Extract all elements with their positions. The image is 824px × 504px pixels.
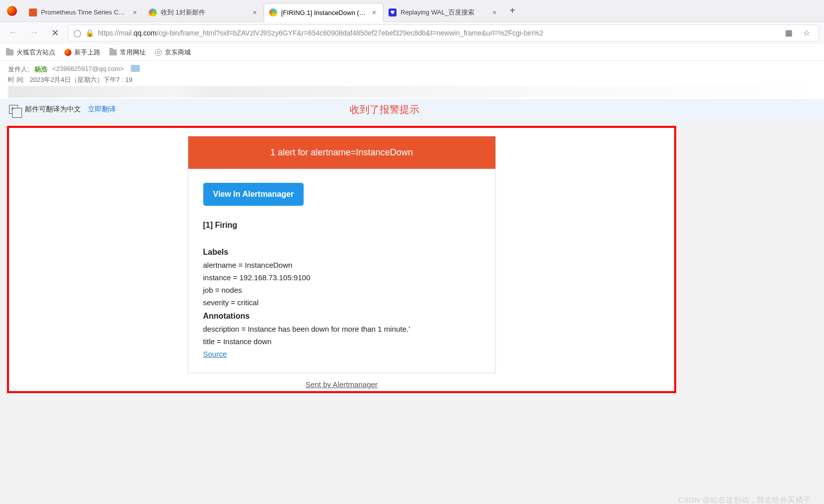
email-body: 1 alert for alertname=InstanceDown View … bbox=[0, 120, 824, 504]
sender-email: <2396625917@qq.com> bbox=[52, 65, 124, 74]
tab-title: Prometheus Time Series Colle bbox=[41, 8, 128, 16]
annotation-description: description = Instance has been down for… bbox=[203, 325, 480, 333]
time-value: 2023年2月4日（星期六）下午7 : 19 bbox=[29, 75, 132, 84]
close-icon[interactable]: × bbox=[131, 8, 139, 16]
url-text: https://mail.qq.com/cgi-bin/frame_html?s… bbox=[98, 29, 778, 37]
alert-body: View In Alertmanager [1] Firing Labels a… bbox=[188, 169, 495, 373]
url-prefix: https://mail. bbox=[98, 29, 134, 37]
tab-firing-instancedown[interactable]: [FIRING:1] InstanceDown (19… × bbox=[264, 3, 384, 22]
shield-icon: ◯ bbox=[73, 29, 81, 37]
tab-title: Replaying WAL_百度搜索 bbox=[401, 8, 487, 17]
from-label: 发件人: bbox=[8, 65, 29, 74]
close-icon[interactable]: × bbox=[490, 8, 498, 16]
firefox-logo bbox=[0, 0, 24, 22]
alert-header: 1 alert for alertname=InstanceDown bbox=[188, 136, 495, 169]
sent-by-link[interactable]: Sent by Alertmanager bbox=[104, 380, 579, 389]
annotation-title: title = Instance down bbox=[203, 337, 480, 346]
qqmail-icon bbox=[269, 8, 277, 16]
label-instance: instance = 192.168.73.105:9100 bbox=[203, 273, 480, 282]
highlight-box: 1 alert for alertname=InstanceDown View … bbox=[7, 126, 676, 393]
labels-heading: Labels bbox=[203, 248, 480, 257]
label-job: job = nodes bbox=[203, 286, 480, 294]
back-button[interactable]: ← bbox=[5, 25, 21, 41]
annotations-heading: Annotations bbox=[203, 312, 480, 321]
bookmark-getting-started[interactable]: 新手上路 bbox=[64, 48, 100, 57]
contact-card-icon[interactable] bbox=[131, 65, 140, 72]
bookmark-firefox-official[interactable]: 火狐官方站点 bbox=[6, 48, 55, 57]
translate-now-link[interactable]: 立即翻译 bbox=[88, 105, 116, 114]
watermark: CSDN @站在这别动，我去给你买橘子 bbox=[678, 496, 811, 504]
forward-button[interactable]: → bbox=[26, 25, 42, 41]
view-alertmanager-button[interactable]: View In Alertmanager bbox=[203, 183, 304, 206]
tabs-container: Prometheus Time Series Colle × 收到 1封新邮件 … bbox=[24, 0, 824, 21]
time-row: 时 间: 2023年2月4日（星期六）下午7 : 19 bbox=[8, 75, 816, 84]
tab-title: 收到 1封新邮件 bbox=[161, 8, 248, 17]
sender-name: 杨浩 bbox=[34, 65, 47, 74]
url-host: qq.com bbox=[134, 29, 157, 37]
bookmark-jd[interactable]: 京东商城 bbox=[155, 48, 191, 57]
url-path: /cgi-bin/frame_html?sid=bZAVzlVJ9Szy6GYF… bbox=[157, 29, 543, 37]
label-severity: severity = critical bbox=[203, 298, 480, 307]
bookmark-label: 火狐官方站点 bbox=[16, 48, 55, 57]
sender-row: 发件人: 杨浩 <2396625917@qq.com> bbox=[8, 65, 816, 74]
translate-text: 邮件可翻译为中文 bbox=[25, 105, 81, 114]
address-bar[interactable]: ◯ 🔒 https://mail.qq.com/cgi-bin/frame_ht… bbox=[68, 24, 819, 41]
jd-icon bbox=[155, 49, 162, 56]
label-alertname: alertname = InstanceDown bbox=[203, 261, 480, 269]
alert-card: 1 alert for alertname=InstanceDown View … bbox=[188, 136, 496, 373]
qqmail-icon bbox=[149, 8, 157, 16]
folder-icon bbox=[6, 49, 13, 55]
time-label: 时 间: bbox=[8, 75, 24, 84]
tab-prometheus[interactable]: Prometheus Time Series Colle × bbox=[24, 3, 144, 22]
baidu-icon bbox=[389, 8, 397, 16]
stop-button[interactable]: ✕ bbox=[47, 25, 63, 41]
bookmark-label: 京东商城 bbox=[165, 48, 191, 57]
translate-icon bbox=[9, 105, 18, 114]
firefox-icon bbox=[64, 49, 71, 56]
bookmark-label: 新手上路 bbox=[74, 48, 100, 57]
folder-icon bbox=[109, 49, 117, 55]
firing-heading: [1] Firing bbox=[203, 221, 480, 230]
qr-icon[interactable]: ▦ bbox=[782, 26, 796, 40]
tab-title: [FIRING:1] InstanceDown (19… bbox=[281, 9, 367, 16]
firefox-icon bbox=[7, 6, 17, 16]
annotation-text: 收到了报警提示 bbox=[350, 103, 419, 116]
translate-bar: 邮件可翻译为中文 立即翻译 收到了报警提示 bbox=[0, 99, 824, 120]
tab-qqmail-inbox[interactable]: 收到 1封新邮件 × bbox=[144, 3, 264, 22]
prometheus-icon bbox=[29, 8, 37, 16]
lock-icon: 🔒 bbox=[85, 29, 94, 37]
redacted-row bbox=[8, 86, 816, 98]
close-icon[interactable]: × bbox=[370, 8, 378, 16]
tab-baidu-search[interactable]: Replaying WAL_百度搜索 × bbox=[384, 3, 503, 22]
url-toolbar: ← → ✕ ◯ 🔒 https://mail.qq.com/cgi-bin/fr… bbox=[0, 22, 824, 44]
close-icon[interactable]: × bbox=[251, 8, 259, 16]
bookmark-star-icon[interactable]: ☆ bbox=[800, 26, 814, 40]
bookmarks-bar: 火狐官方站点 新手上路 常用网址 京东商城 bbox=[0, 44, 824, 61]
source-link[interactable]: Source bbox=[203, 350, 227, 358]
bookmark-label: 常用网址 bbox=[120, 48, 146, 57]
email-header: 发件人: 杨浩 <2396625917@qq.com> 时 间: 2023年2月… bbox=[0, 61, 824, 99]
browser-tab-bar: Prometheus Time Series Colle × 收到 1封新邮件 … bbox=[0, 0, 824, 22]
new-tab-button[interactable]: + bbox=[503, 2, 521, 20]
bookmark-common-sites[interactable]: 常用网址 bbox=[109, 48, 146, 57]
